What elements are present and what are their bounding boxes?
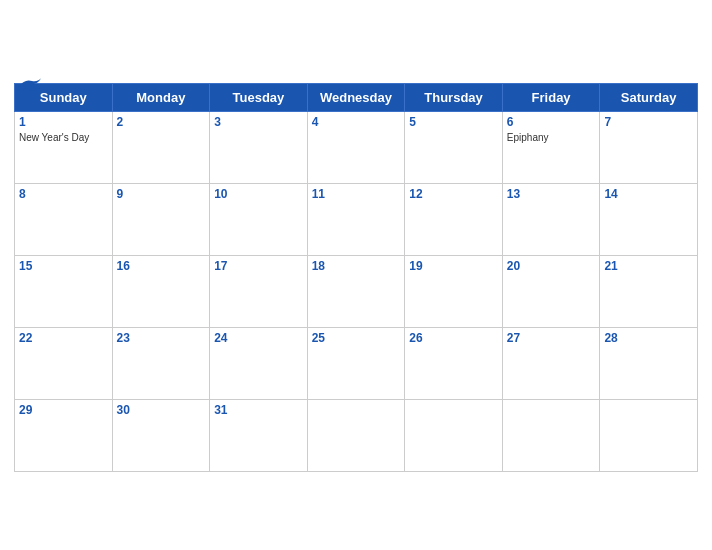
day-number: 18 — [312, 259, 401, 273]
day-number: 7 — [604, 115, 693, 129]
day-number: 13 — [507, 187, 596, 201]
calendar-table: SundayMondayTuesdayWednesdayThursdayFrid… — [14, 83, 698, 472]
day-number: 25 — [312, 331, 401, 345]
calendar-cell: 27 — [502, 327, 600, 399]
day-number: 23 — [117, 331, 206, 345]
day-number: 5 — [409, 115, 498, 129]
day-number: 4 — [312, 115, 401, 129]
week-row-5: 293031 — [15, 399, 698, 471]
calendar-cell: 23 — [112, 327, 210, 399]
week-row-2: 891011121314 — [15, 183, 698, 255]
calendar-cell: 22 — [15, 327, 113, 399]
calendar-cell: 4 — [307, 111, 405, 183]
calendar-cell: 2 — [112, 111, 210, 183]
weekday-header-wednesday: Wednesday — [307, 83, 405, 111]
calendar-cell: 26 — [405, 327, 503, 399]
calendar-cell: 11 — [307, 183, 405, 255]
day-number: 12 — [409, 187, 498, 201]
week-row-3: 15161718192021 — [15, 255, 698, 327]
calendar-cell: 29 — [15, 399, 113, 471]
calendar-cell: 3 — [210, 111, 308, 183]
weekday-header-monday: Monday — [112, 83, 210, 111]
weekday-header-row: SundayMondayTuesdayWednesdayThursdayFrid… — [15, 83, 698, 111]
calendar-wrapper: SundayMondayTuesdayWednesdayThursdayFrid… — [0, 65, 712, 486]
holiday-name: New Year's Day — [19, 131, 108, 144]
calendar-cell: 16 — [112, 255, 210, 327]
day-number: 16 — [117, 259, 206, 273]
day-number: 6 — [507, 115, 596, 129]
day-number: 24 — [214, 331, 303, 345]
day-number: 3 — [214, 115, 303, 129]
logo-bird-icon — [14, 75, 42, 95]
day-number: 20 — [507, 259, 596, 273]
day-number: 29 — [19, 403, 108, 417]
day-number: 9 — [117, 187, 206, 201]
day-number: 26 — [409, 331, 498, 345]
calendar-cell: 10 — [210, 183, 308, 255]
calendar-cell — [600, 399, 698, 471]
calendar-cell: 14 — [600, 183, 698, 255]
calendar-cell: 19 — [405, 255, 503, 327]
calendar-cell — [307, 399, 405, 471]
day-number: 31 — [214, 403, 303, 417]
calendar-cell: 25 — [307, 327, 405, 399]
calendar-cell: 8 — [15, 183, 113, 255]
calendar-cell: 30 — [112, 399, 210, 471]
calendar-cell: 13 — [502, 183, 600, 255]
calendar-cell: 9 — [112, 183, 210, 255]
calendar-cell: 7 — [600, 111, 698, 183]
calendar-cell — [502, 399, 600, 471]
day-number: 28 — [604, 331, 693, 345]
weekday-header-friday: Friday — [502, 83, 600, 111]
calendar-cell: 28 — [600, 327, 698, 399]
weekday-header-saturday: Saturday — [600, 83, 698, 111]
calendar-cell: 20 — [502, 255, 600, 327]
calendar-thead: SundayMondayTuesdayWednesdayThursdayFrid… — [15, 83, 698, 111]
day-number: 11 — [312, 187, 401, 201]
day-number: 30 — [117, 403, 206, 417]
day-number: 8 — [19, 187, 108, 201]
day-number: 27 — [507, 331, 596, 345]
calendar-cell: 24 — [210, 327, 308, 399]
calendar-cell: 17 — [210, 255, 308, 327]
calendar-tbody: 1New Year's Day23456Epiphany789101112131… — [15, 111, 698, 471]
calendar-cell: 18 — [307, 255, 405, 327]
calendar-cell: 12 — [405, 183, 503, 255]
calendar-cell: 21 — [600, 255, 698, 327]
weekday-header-thursday: Thursday — [405, 83, 503, 111]
day-number: 22 — [19, 331, 108, 345]
day-number: 17 — [214, 259, 303, 273]
calendar-cell: 5 — [405, 111, 503, 183]
day-number: 1 — [19, 115, 108, 129]
logo-area — [14, 75, 46, 95]
calendar-cell — [405, 399, 503, 471]
calendar-cell: 31 — [210, 399, 308, 471]
day-number: 15 — [19, 259, 108, 273]
day-number: 2 — [117, 115, 206, 129]
day-number: 14 — [604, 187, 693, 201]
week-row-1: 1New Year's Day23456Epiphany7 — [15, 111, 698, 183]
day-number: 21 — [604, 259, 693, 273]
day-number: 19 — [409, 259, 498, 273]
weekday-header-tuesday: Tuesday — [210, 83, 308, 111]
logo-container — [14, 75, 46, 95]
calendar-cell: 1New Year's Day — [15, 111, 113, 183]
calendar-cell: 6Epiphany — [502, 111, 600, 183]
calendar-cell: 15 — [15, 255, 113, 327]
day-number: 10 — [214, 187, 303, 201]
week-row-4: 22232425262728 — [15, 327, 698, 399]
holiday-name: Epiphany — [507, 131, 596, 144]
